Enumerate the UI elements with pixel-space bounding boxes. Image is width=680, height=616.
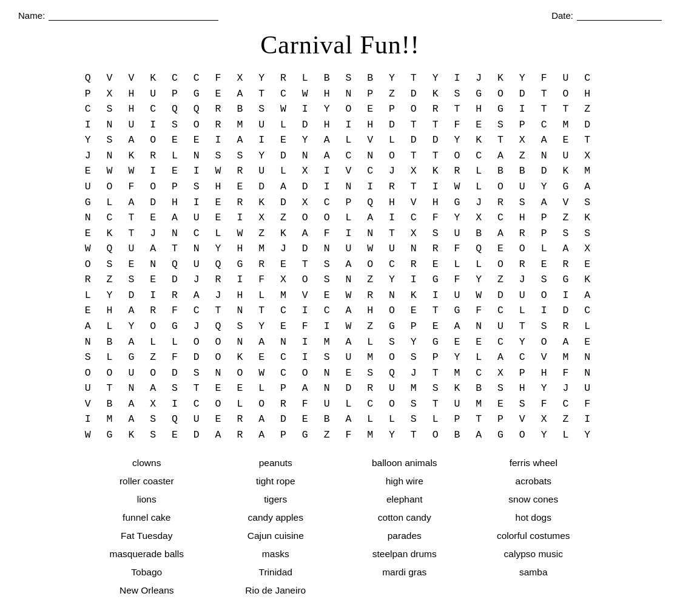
date-field[interactable]	[577, 10, 662, 21]
word-item: Fat Tuesday	[86, 528, 209, 544]
word-item: New Orleans	[86, 583, 209, 598]
word-item: hot dogs	[472, 510, 595, 526]
date-line: Date:	[551, 10, 662, 21]
date-label: Date:	[551, 10, 573, 21]
word-list: clownspeanutsballoon animalsferris wheel…	[67, 455, 613, 598]
word-item: roller coaster	[86, 473, 209, 489]
word-item: colorful costumes	[472, 528, 595, 544]
name-field[interactable]	[49, 10, 218, 21]
header: Name: Date:	[12, 6, 668, 24]
word-item-empty	[472, 583, 595, 598]
name-line: Name:	[18, 10, 218, 21]
word-item: funnel cake	[86, 510, 209, 526]
word-item: Rio de Janeiro	[214, 583, 337, 598]
word-item: tigers	[214, 492, 337, 507]
word-item: lions	[86, 492, 209, 507]
word-item: candy apples	[214, 510, 337, 526]
word-item: high wire	[343, 473, 466, 489]
word-item: tight rope	[214, 473, 337, 489]
word-item: calypso music	[472, 546, 595, 562]
word-item: ferris wheel	[472, 455, 595, 471]
word-item: Trinidad	[214, 564, 337, 580]
word-item: masks	[214, 546, 337, 562]
word-item: snow cones	[472, 492, 595, 507]
word-item: cotton candy	[343, 510, 466, 526]
word-item: clowns	[86, 455, 209, 471]
word-item: parades	[343, 528, 466, 544]
word-item: Tobago	[86, 564, 209, 580]
word-item-empty	[343, 583, 466, 598]
word-item: peanuts	[214, 455, 337, 471]
word-item: samba	[472, 564, 595, 580]
puzzle-container: Q V V K C C F X Y R L B S B Y T Y I J K …	[12, 70, 668, 443]
word-item: masquerade balls	[86, 546, 209, 562]
word-item: balloon animals	[343, 455, 466, 471]
word-item: elephant	[343, 492, 466, 507]
puzzle-grid: Q V V K C C F X Y R L B S B Y T Y I J K …	[85, 70, 595, 443]
word-item: Cajun cuisine	[214, 528, 337, 544]
page-title: Carnival Fun!!	[12, 30, 668, 59]
word-item: steelpan drums	[343, 546, 466, 562]
word-item: acrobats	[472, 473, 595, 489]
name-label: Name:	[18, 10, 45, 21]
word-item: mardi gras	[343, 564, 466, 580]
